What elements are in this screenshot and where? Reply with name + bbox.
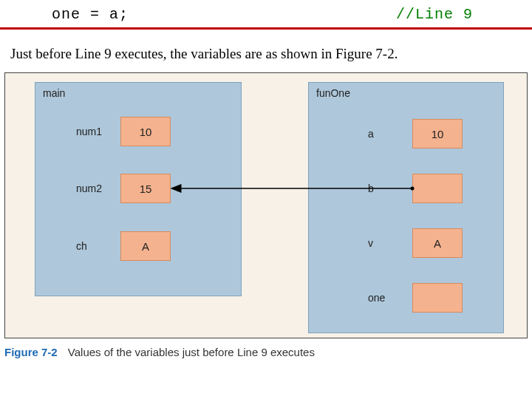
var-row-a: a 10	[368, 118, 463, 149]
figure-caption: Figure 7-2 Values of the variables just …	[4, 346, 528, 358]
var-row-num2: num2 15	[76, 173, 171, 204]
var-row-num1: num1 10	[76, 116, 171, 147]
figure-number: Figure 7-2	[4, 346, 58, 358]
var-label: num2	[76, 183, 120, 194]
var-box	[412, 174, 463, 203]
var-row-ch: ch A	[76, 231, 171, 262]
var-label: a	[368, 128, 412, 140]
var-row-one: one	[368, 282, 463, 313]
var-label: b	[368, 183, 412, 194]
code-comment: //Line 9	[396, 6, 532, 23]
var-box: A	[412, 228, 463, 258]
var-box: 10	[120, 117, 171, 146]
var-row-v: v A	[368, 228, 463, 259]
var-label: one	[368, 292, 412, 304]
figure-box: main num1 10 num2 15 ch A funOne a 10 b …	[4, 72, 528, 338]
code-line: one = a; //Line 9	[0, 0, 532, 27]
var-label: num1	[76, 126, 120, 137]
scope-funone-title: funOne	[316, 87, 350, 99]
explanation-text: Just before Line 9 executes, the variabl…	[0, 30, 532, 72]
var-box: 15	[120, 174, 171, 203]
var-box: A	[120, 231, 171, 261]
var-box: 10	[412, 119, 463, 149]
scope-funone: funOne a 10 b v A one	[308, 82, 504, 333]
var-label: ch	[76, 240, 120, 252]
var-row-b: b	[368, 173, 463, 204]
code-statement: one = a;	[0, 6, 396, 23]
var-box	[412, 283, 463, 313]
var-label: v	[368, 237, 412, 249]
figure-text: Values of the variables just before Line…	[61, 346, 315, 358]
scope-main-title: main	[43, 87, 65, 99]
scope-main: main num1 10 num2 15 ch A	[35, 82, 242, 296]
